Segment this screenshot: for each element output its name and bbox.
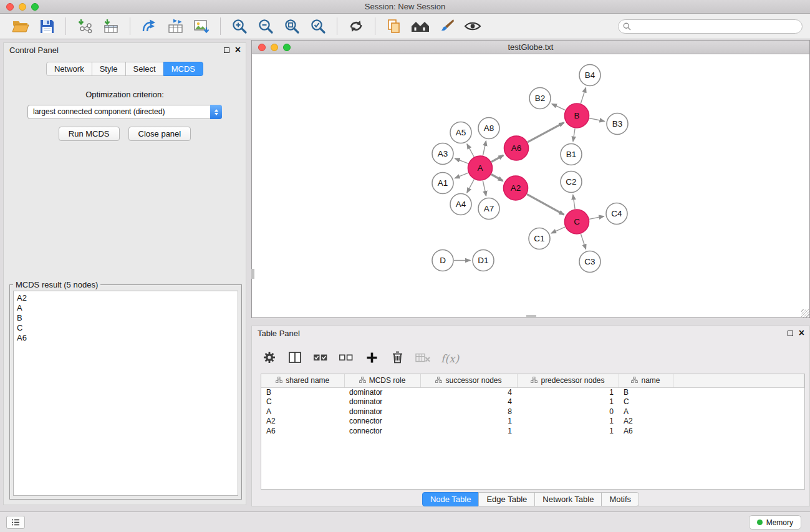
graph-edge-B-B4[interactable] — [581, 88, 586, 104]
mcds-result-item[interactable]: A2 — [17, 293, 234, 303]
graph-node-B[interactable]: B — [565, 104, 589, 128]
table-cell[interactable]: 1 — [420, 417, 517, 427]
column-header-mcds-role[interactable]: MCDS role — [344, 374, 420, 387]
table-cell[interactable]: A2 — [261, 417, 344, 427]
graph-edge-C-C2[interactable] — [573, 195, 575, 209]
graph-edge-A-A8[interactable] — [483, 141, 486, 156]
table-cell[interactable]: B — [619, 387, 673, 397]
graph-edge-A-A2[interactable] — [491, 175, 503, 181]
network-window-titlebar[interactable]: testGlobe.txt — [252, 41, 809, 54]
tab-network[interactable]: Network — [46, 62, 92, 76]
float-table-panel-icon[interactable] — [788, 331, 793, 336]
graph-node-C4[interactable]: C4 — [606, 203, 627, 225]
graph-edge-A2-C[interactable] — [527, 194, 564, 215]
graph-node-A7[interactable]: A7 — [478, 198, 499, 220]
table-row[interactable]: A2connector11A2 — [261, 417, 804, 427]
graph-edge-A-A3[interactable] — [455, 158, 468, 163]
graph-edge-A-A5[interactable] — [467, 144, 474, 157]
graph-node-A5[interactable]: A5 — [450, 122, 471, 143]
export-image-button[interactable] — [190, 16, 213, 37]
home-button[interactable] — [409, 16, 432, 37]
close-panel-icon[interactable]: × — [235, 46, 241, 54]
import-network-url-button[interactable] — [138, 16, 160, 37]
table-cell[interactable]: 1 — [517, 397, 619, 407]
graph-node-B2[interactable]: B2 — [529, 88, 551, 109]
table-cell[interactable]: 0 — [517, 407, 619, 417]
documents-button[interactable] — [383, 16, 405, 37]
maximize-window-icon[interactable] — [31, 3, 39, 11]
graph-node-C1[interactable]: C1 — [529, 228, 550, 249]
graph-edge-B-B3[interactable] — [589, 118, 604, 122]
delete-row-button[interactable] — [390, 349, 405, 368]
table-cell[interactable]: 4 — [420, 397, 517, 407]
close-panel-button[interactable]: Close panel — [128, 127, 191, 141]
graph-edge-A6-B[interactable] — [528, 123, 564, 142]
table-cell[interactable]: 1 — [517, 427, 619, 437]
close-table-panel-icon[interactable]: × — [799, 329, 804, 337]
table-cell[interactable]: dominator — [344, 397, 420, 407]
refresh-button[interactable] — [345, 16, 367, 37]
minimize-window-icon[interactable] — [19, 3, 26, 11]
graph-node-A6[interactable]: A6 — [504, 136, 529, 160]
tab-style[interactable]: Style — [92, 62, 126, 76]
graph-node-C3[interactable]: C3 — [579, 251, 600, 273]
show-columns-button[interactable] — [287, 349, 302, 368]
graph-edge-B-B1[interactable] — [573, 128, 575, 142]
close-window-icon[interactable] — [6, 3, 14, 11]
column-header-predecessor-nodes[interactable]: predecessor nodes — [517, 374, 619, 387]
zoom-selected-button[interactable] — [307, 16, 329, 37]
graph-edge-C-C4[interactable] — [589, 216, 604, 220]
scrollbar-stub[interactable] — [251, 269, 254, 279]
eye-button[interactable] — [461, 16, 484, 37]
run-mcds-button[interactable]: Run MCDS — [59, 127, 120, 141]
graph-edge-C-C3[interactable] — [581, 234, 586, 249]
table-cell[interactable]: C — [261, 397, 344, 407]
deselect-all-button[interactable] — [339, 349, 354, 368]
graph-node-B4[interactable]: B4 — [579, 65, 600, 86]
graph-edge-A-A7[interactable] — [483, 181, 486, 196]
table-cell[interactable]: A — [619, 407, 673, 417]
brush-button[interactable] — [435, 16, 458, 37]
table-cell[interactable]: 8 — [420, 407, 517, 417]
graph-edge-B-B2[interactable] — [552, 104, 566, 110]
graph-node-A[interactable]: A — [468, 156, 493, 180]
graph-node-B3[interactable]: B3 — [607, 114, 628, 135]
zoom-in-button[interactable] — [228, 16, 251, 37]
open-file-button[interactable] — [9, 16, 32, 37]
graph-edge-A-A4[interactable] — [467, 180, 474, 193]
tab-node-table[interactable]: Node Table — [422, 492, 480, 506]
save-session-button[interactable] — [36, 16, 58, 37]
graph-node-A4[interactable]: A4 — [450, 194, 471, 215]
task-history-button[interactable] — [6, 516, 25, 529]
tab-edge-table[interactable]: Edge Table — [478, 492, 535, 506]
mcds-result-item[interactable]: C — [17, 323, 234, 333]
table-cell[interactable]: C — [619, 397, 673, 407]
graph-node-A1[interactable]: A1 — [432, 173, 453, 194]
network-minimize-icon[interactable] — [271, 44, 278, 51]
graph-node-A2[interactable]: A2 — [504, 176, 528, 200]
graph-edge-A-A6[interactable] — [491, 155, 504, 162]
graph-node-C2[interactable]: C2 — [561, 172, 582, 193]
criterion-dropdown[interactable]: largest connected component (directed) — [27, 105, 222, 119]
graph-node-D1[interactable]: D1 — [473, 250, 494, 271]
resize-grip[interactable] — [801, 309, 809, 317]
table-cell[interactable]: A — [261, 407, 344, 417]
table-cell[interactable]: 4 — [420, 387, 517, 397]
table-cell[interactable]: connector — [344, 417, 420, 427]
column-header-successor-nodes[interactable]: successor nodes — [420, 374, 517, 387]
table-cell[interactable]: dominator — [344, 387, 420, 397]
graph-edge-A-A1[interactable] — [455, 173, 469, 178]
delete-table-button[interactable] — [415, 349, 430, 368]
column-header-name[interactable]: name — [619, 374, 673, 387]
network-canvas[interactable]: B4B2BB3A8A5A6A3B1AC2A1A2A4A7C4CC1C3DD1 — [252, 55, 809, 317]
mcds-result-item[interactable]: B — [17, 313, 234, 323]
tab-select[interactable]: Select — [125, 62, 164, 76]
column-header-shared-name[interactable]: shared name — [261, 374, 344, 387]
table-cell[interactable]: dominator — [344, 407, 420, 417]
zoom-out-button[interactable] — [254, 16, 277, 37]
table-cell[interactable]: A6 — [261, 427, 344, 437]
table-cell[interactable]: connector — [344, 427, 420, 437]
graph-node-B1[interactable]: B1 — [561, 144, 582, 165]
mcds-result-list[interactable]: A2ABCA6 — [13, 291, 238, 496]
table-cell[interactable]: A2 — [619, 417, 673, 427]
